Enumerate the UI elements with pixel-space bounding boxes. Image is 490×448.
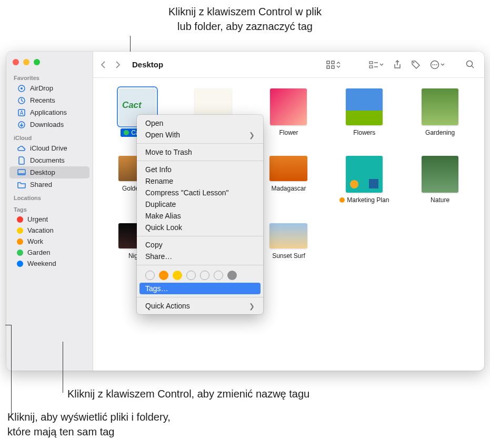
search-button[interactable]	[463, 58, 478, 71]
callout-leader-2h	[5, 325, 12, 325]
context-menu-item-label: Open With	[145, 131, 180, 139]
context-menu-item[interactable]: Copy	[137, 239, 263, 251]
file-item[interactable]: Sunset Surf	[257, 223, 321, 260]
context-menu-item[interactable]: Quick Look	[137, 222, 263, 233]
svg-rect-10	[327, 66, 329, 68]
context-menu-tag-circle[interactable]	[173, 271, 182, 280]
context-menu-item[interactable]: Rename	[137, 175, 263, 187]
file-thumbnail	[346, 88, 383, 125]
svg-rect-8	[327, 61, 329, 64]
file-item[interactable]: Flowers	[333, 88, 396, 137]
sidebar-tag-weekend[interactable]: Weekend	[9, 258, 89, 269]
sidebar-item-label: Work	[27, 237, 43, 245]
sidebar-item-desktop[interactable]: Desktop	[9, 166, 89, 178]
apps-icon: A	[17, 108, 26, 117]
tag-dot-red	[17, 216, 23, 223]
context-menu-item-label: Compress "Cacti Lesson"	[145, 188, 229, 197]
sidebar-item-documents[interactable]: Documents	[9, 154, 89, 166]
file-item[interactable]: Gardening	[408, 88, 472, 137]
context-menu-item[interactable]: Duplicate	[137, 198, 263, 210]
context-menu-item[interactable]: Make Alias	[137, 210, 263, 222]
sidebar-tag-work[interactable]: Work	[9, 236, 89, 247]
context-menu-tag-circle[interactable]	[214, 271, 223, 280]
svg-point-18	[432, 64, 433, 65]
callout-top-l1: Kliknij z klawiszem Control w plik	[0, 4, 490, 19]
file-item[interactable]: Nature	[408, 156, 472, 204]
sidebar-item-iclouddrive[interactable]: iCloud Drive	[9, 142, 89, 154]
context-menu-item[interactable]: Share…	[137, 251, 263, 262]
context-menu-separator	[137, 265, 263, 265]
context-menu-item[interactable]: Open With❯	[137, 129, 263, 141]
file-label-text: Flowers	[353, 129, 375, 136]
svg-rect-11	[332, 66, 334, 68]
context-menu-item[interactable]: Compress "Cacti Lesson"	[137, 187, 263, 198]
cloud-icon	[17, 144, 26, 153]
context-menu-tag-circle[interactable]	[186, 271, 196, 280]
file-label-text: Flower	[279, 129, 298, 136]
callout-bottom-2: Kliknij, aby wyświetlić pliki i foldery,…	[7, 410, 171, 439]
context-menu-separator	[137, 161, 263, 161]
download-icon	[17, 120, 26, 129]
file-thumbnail	[346, 156, 383, 193]
callout-bottom-1: Kliknij z klawiszem Control, aby zmienić…	[67, 386, 309, 401]
sidebar: Favorites AirDrop Recents A Applications…	[6, 52, 93, 371]
file-item[interactable]: Marketing Plan	[333, 156, 396, 204]
context-menu: OpenOpen With❯Move to TrashGet InfoRenam…	[137, 115, 263, 314]
context-menu-separator	[137, 143, 263, 144]
zoom-button[interactable]	[34, 59, 40, 65]
svg-text:A: A	[19, 110, 23, 116]
context-menu-item[interactable]: Quick Actions❯	[137, 300, 263, 312]
tag-dot-orange	[17, 238, 23, 245]
sidebar-item-airdrop[interactable]: AirDrop	[9, 82, 89, 94]
window-controls	[6, 56, 93, 71]
context-menu-item-label: Rename	[145, 177, 173, 185]
context-menu-tag-circle[interactable]	[159, 271, 168, 280]
more-button[interactable]	[427, 58, 448, 71]
sidebar-item-label: Documents	[30, 156, 65, 164]
sidebar-item-shared[interactable]: Shared	[9, 178, 89, 191]
svg-rect-13	[369, 66, 373, 68]
context-menu-item-label: Quick Actions	[145, 302, 190, 310]
sidebar-tag-vacation[interactable]: Vacation	[9, 225, 89, 236]
context-menu-item[interactable]: Move to Trash	[137, 146, 263, 158]
file-label: Flower	[276, 128, 301, 137]
clock-icon	[17, 96, 26, 105]
context-menu-item[interactable]: Open	[137, 117, 263, 129]
sidebar-item-downloads[interactable]: Downloads	[9, 118, 89, 131]
file-label: Marketing Plan	[336, 196, 392, 204]
sidebar-tag-urgent[interactable]: Urgent	[9, 214, 89, 225]
nav-arrows	[101, 61, 121, 69]
back-button[interactable]	[101, 61, 106, 69]
chevron-right-icon: ❯	[249, 302, 255, 310]
sidebar-header-favorites: Favorites	[6, 71, 93, 82]
context-menu-tag-circle[interactable]	[227, 271, 237, 280]
tag-dot-yellow	[17, 227, 23, 234]
view-icon-button[interactable]	[323, 58, 344, 71]
context-menu-tag-row	[137, 268, 263, 283]
shared-folder-icon	[17, 180, 26, 189]
context-menu-separator	[137, 297, 263, 297]
sidebar-tag-garden[interactable]: Garden	[9, 247, 89, 258]
file-label-text: Nature	[431, 196, 449, 204]
sidebar-item-label: Urgent	[27, 215, 48, 223]
context-menu-item[interactable]: Get Info	[137, 164, 263, 175]
minimize-button[interactable]	[23, 59, 29, 65]
context-menu-item-label: Move to Trash	[145, 148, 192, 156]
sidebar-item-label: Downloads	[30, 121, 64, 128]
file-item[interactable]: Flower	[257, 88, 321, 137]
sidebar-item-recents[interactable]: Recents	[9, 94, 89, 106]
share-button[interactable]	[390, 58, 405, 71]
file-item[interactable]: Madagascar	[257, 156, 321, 204]
forward-button[interactable]	[115, 61, 121, 69]
file-thumbnail	[269, 156, 307, 181]
context-menu-item[interactable]: Tags…	[139, 283, 261, 294]
context-menu-tag-circle[interactable]	[200, 271, 209, 280]
sidebar-item-applications[interactable]: A Applications	[9, 106, 89, 118]
file-label: Flowers	[350, 128, 378, 137]
group-button[interactable]	[366, 59, 387, 70]
tags-button[interactable]	[408, 58, 424, 71]
context-menu-item-label: Copy	[145, 241, 163, 249]
context-menu-item-label: Tags…	[145, 284, 168, 293]
context-menu-tag-circle[interactable]	[145, 271, 155, 280]
close-button[interactable]	[13, 59, 19, 65]
